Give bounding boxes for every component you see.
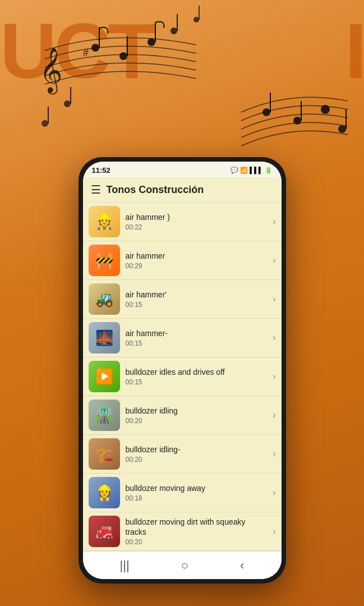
item-thumbnail: 🛣️ bbox=[89, 400, 120, 431]
item-content: bulldozer idling- 00:20 bbox=[120, 444, 273, 463]
home-button[interactable]: ○ bbox=[181, 558, 188, 573]
status-time: 11:52 bbox=[92, 166, 110, 175]
back-button[interactable]: ‹ bbox=[240, 558, 244, 573]
item-thumbnail: ▶️ bbox=[89, 361, 120, 392]
list-item[interactable]: 🌉 air hammer- 00:15 › bbox=[83, 319, 282, 357]
item-content: bulldozer idles and drives off 00:15 bbox=[120, 367, 273, 386]
item-duration: 00:15 bbox=[126, 339, 268, 347]
signal-icon: ▌▌▌ bbox=[250, 167, 262, 173]
item-content: bulldozer idling 00:20 bbox=[120, 406, 273, 425]
item-emoji: 🌉 bbox=[95, 329, 113, 347]
item-duration: 00:22 bbox=[126, 223, 268, 231]
item-emoji: 🚒 bbox=[95, 523, 113, 540]
item-emoji: 🚜 bbox=[95, 291, 113, 308]
item-title: air hammer' bbox=[126, 290, 268, 300]
item-chevron-icon: › bbox=[273, 294, 275, 304]
item-title: bulldozer idling- bbox=[126, 444, 268, 454]
item-chevron-icon: › bbox=[273, 255, 275, 265]
item-thumbnail: 🏗️ bbox=[89, 438, 120, 470]
item-duration: 00:20 bbox=[126, 538, 268, 546]
list-item[interactable]: 👷 air hammer ) 00:22 › bbox=[83, 203, 282, 241]
bg-text-right: I bbox=[345, 6, 364, 97]
item-duration: 00:15 bbox=[126, 301, 268, 309]
item-title: air hammer ) bbox=[126, 212, 268, 222]
menu-button[interactable]: ☰ bbox=[91, 183, 101, 196]
battery-icon: 🔋 bbox=[265, 167, 273, 174]
item-title: air hammer- bbox=[126, 328, 268, 338]
item-title: bulldozer idling bbox=[126, 406, 268, 416]
phone-screen: 11:52 💬 📶 ▌▌▌ 🔋 ☰ Tonos Construcción 👷 a… bbox=[83, 162, 282, 579]
item-title: bulldozer moving dirt with squeaky track… bbox=[126, 517, 268, 537]
list-item[interactable]: 🏗️ bulldozer idling- 00:20 › bbox=[83, 435, 282, 474]
item-content: bulldozer moving away 00:18 bbox=[120, 483, 273, 502]
item-duration: 00:29 bbox=[126, 262, 268, 270]
list-item[interactable]: 🚧 air hammer 00:29 › bbox=[83, 241, 282, 280]
item-content: air hammer 00:29 bbox=[120, 251, 273, 270]
item-emoji: 🚧 bbox=[95, 252, 113, 269]
item-content: air hammer- 00:15 bbox=[120, 328, 273, 347]
item-emoji: ▶️ bbox=[95, 368, 113, 385]
item-chevron-icon: › bbox=[273, 526, 275, 536]
item-thumbnail: 🚜 bbox=[89, 283, 120, 315]
item-thumbnail: 👷 bbox=[89, 477, 120, 508]
list-item[interactable]: 🚜 air hammer' 00:15 › bbox=[83, 280, 282, 319]
item-emoji: 👷 bbox=[95, 213, 113, 231]
list-item[interactable]: 👷 bulldozer moving away 00:18 › bbox=[83, 474, 282, 512]
item-content: air hammer' 00:15 bbox=[120, 290, 273, 309]
item-duration: 00:18 bbox=[126, 494, 268, 502]
app-header: ☰ Tonos Construcción bbox=[83, 177, 282, 203]
navigation-bar: ||| ○ ‹ bbox=[83, 551, 282, 579]
list-item[interactable]: ▶️ bulldozer idles and drives off 00:15 … bbox=[83, 357, 282, 396]
app-title: Tonos Construcción bbox=[107, 184, 274, 196]
item-chevron-icon: › bbox=[273, 333, 275, 343]
item-thumbnail: 🚒 bbox=[89, 516, 120, 547]
whatsapp-icon: 💬 bbox=[231, 167, 238, 174]
item-title: air hammer bbox=[126, 251, 268, 261]
phone-frame: 11:52 💬 📶 ▌▌▌ 🔋 ☰ Tonos Construcción 👷 a… bbox=[79, 157, 286, 584]
item-thumbnail: 🌉 bbox=[89, 322, 120, 354]
list-item[interactable]: 🛣️ bulldozer idling 00:20 › bbox=[83, 396, 282, 435]
bg-text-left: UCT bbox=[0, 6, 153, 97]
item-chevron-icon: › bbox=[273, 371, 275, 382]
item-content: bulldozer moving dirt with squeaky track… bbox=[120, 517, 273, 546]
item-chevron-icon: › bbox=[273, 217, 275, 227]
item-duration: 00:20 bbox=[126, 456, 268, 463]
item-emoji: 🛣️ bbox=[95, 407, 113, 424]
item-chevron-icon: › bbox=[273, 410, 275, 420]
item-duration: 00:20 bbox=[126, 417, 268, 425]
item-chevron-icon: › bbox=[273, 488, 275, 498]
item-emoji: 🏗️ bbox=[95, 446, 113, 463]
item-title: bulldozer moving away bbox=[126, 483, 268, 493]
status-bar: 11:52 💬 📶 ▌▌▌ 🔋 bbox=[83, 162, 282, 177]
list-item[interactable]: 🚒 bulldozer moving dirt with squeaky tra… bbox=[83, 512, 282, 551]
status-icons: 💬 📶 ▌▌▌ 🔋 bbox=[231, 167, 272, 174]
item-emoji: 👷 bbox=[95, 484, 113, 502]
sound-list: 👷 air hammer ) 00:22 › 🚧 air hammer 00:2… bbox=[83, 203, 282, 551]
item-thumbnail: 🚧 bbox=[89, 245, 120, 276]
item-duration: 00:15 bbox=[126, 378, 268, 386]
wifi-icon: 📶 bbox=[240, 167, 248, 174]
item-chevron-icon: › bbox=[273, 449, 275, 459]
item-title: bulldozer idles and drives off bbox=[126, 367, 268, 377]
item-thumbnail: 👷 bbox=[89, 206, 120, 237]
item-content: air hammer ) 00:22 bbox=[120, 212, 273, 231]
recent-apps-button[interactable]: ||| bbox=[120, 558, 130, 573]
